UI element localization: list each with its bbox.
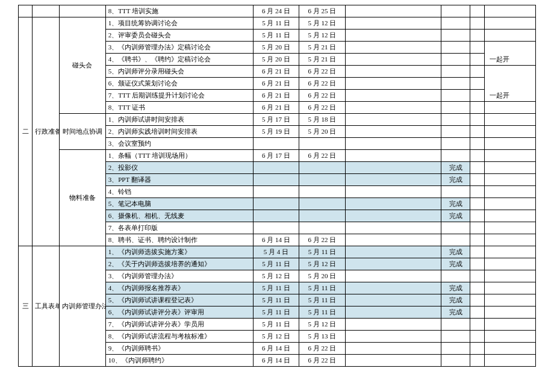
gap2-cell (470, 246, 484, 258)
date-start (253, 162, 299, 174)
task-cell: 5、内训师评分录用碰头会 (105, 66, 253, 78)
gap-cell (345, 42, 441, 54)
gap-cell (345, 114, 441, 126)
gap2-cell (470, 126, 484, 138)
date-end: 5 月 11 日 (299, 282, 346, 294)
date-end (299, 222, 346, 234)
sub-label: 内训师管理办法 (60, 246, 106, 367)
task-cell: 8、TTT 证书 (105, 102, 253, 114)
task-cell: 10、《内训师聘约》 (105, 355, 253, 367)
gap2-cell (470, 78, 484, 90)
date-end (299, 210, 346, 222)
date-end: 5 月 18 日 (299, 114, 346, 126)
date-start: 5 月 11 日 (253, 294, 299, 306)
status-cell (441, 30, 470, 42)
note-cell (484, 306, 535, 319)
date-end: 5 月 21 日 (299, 42, 346, 54)
task-cell: 1、条幅（TTT 培训现场用） (105, 150, 253, 162)
status-cell (441, 234, 470, 246)
task-cell: 9、《内训师聘书》 (105, 343, 253, 355)
gap2-cell (470, 138, 484, 150)
status-cell (441, 17, 470, 30)
status-cell (441, 270, 470, 282)
date-start: 5 月 20 日 (253, 42, 299, 54)
table-row: 物料准备 1、条幅（TTT 培训现场用） 6 月 17 日 6 月 22 日 (19, 150, 536, 162)
note-cell (484, 102, 535, 114)
task-cell: 6、颁证仪式策划讨论会 (105, 78, 253, 90)
status-cell: 完成 (441, 198, 470, 210)
status-cell: 完成 (441, 210, 470, 222)
gap2-cell (470, 319, 484, 331)
task-cell: 1、内训师试讲时间安排表 (105, 114, 253, 126)
gap-cell (345, 306, 441, 319)
date-start: 6 月 21 日 (253, 78, 299, 90)
status-cell (441, 150, 470, 162)
date-end: 6 月 25 日 (299, 5, 346, 17)
date-end: 5 月 21 日 (299, 54, 346, 66)
gap2-cell (470, 282, 484, 294)
date-start (253, 210, 299, 222)
date-start: 5 月 4 日 (253, 246, 299, 258)
gap-cell (345, 246, 441, 258)
gap-cell (345, 90, 441, 102)
sub-label: 碰头会 (60, 17, 106, 114)
note-cell (484, 17, 535, 30)
note-cell (484, 258, 535, 270)
sub-label (60, 5, 106, 17)
status-cell (441, 54, 470, 66)
note-cell (484, 78, 535, 90)
task-cell: 3、《内训师管理办法》定稿讨论会 (105, 42, 253, 54)
date-end: 5 月 20 日 (299, 270, 346, 282)
gap-cell (345, 355, 441, 367)
gap2-cell (470, 306, 484, 319)
task-cell: 2、《关于内训师选拔培养的通知》 (105, 258, 253, 270)
gap2-cell (470, 234, 484, 246)
gap-cell (345, 186, 441, 198)
note-cell (484, 234, 535, 246)
status-cell (441, 138, 470, 150)
note-cell (484, 66, 535, 78)
gap2-cell (470, 222, 484, 234)
date-end (299, 162, 346, 174)
note-cell (484, 270, 535, 282)
status-cell (441, 186, 470, 198)
date-end: 5 月 11 日 (299, 294, 346, 306)
gap-cell (345, 54, 441, 66)
task-cell: 7、《内训师试讲评分表》学员用 (105, 319, 253, 331)
note-cell (484, 114, 535, 126)
sec-cat (33, 5, 60, 17)
gap2-cell (470, 355, 484, 367)
date-start: 5 月 12 日 (253, 331, 299, 343)
gap2-cell (470, 331, 484, 343)
task-cell: 4、铃铛 (105, 186, 253, 198)
gap2-cell (470, 17, 484, 30)
date-start: 6 月 14 日 (253, 234, 299, 246)
gap2-cell (470, 5, 484, 17)
task-cell: 8、《内训师试讲流程与考核标准》 (105, 331, 253, 343)
gap2-cell (470, 66, 484, 78)
status-cell (441, 222, 470, 234)
gap2-cell (470, 210, 484, 222)
gap2-cell (470, 102, 484, 114)
date-start: 6 月 21 日 (253, 66, 299, 78)
gap2-cell (470, 90, 484, 102)
table-row: 时间地点协调 1、内训师试讲时间安排表 5 月 17 日 5 月 18 日 (19, 114, 536, 126)
gap-cell (345, 17, 441, 30)
date-end: 6 月 22 日 (299, 343, 346, 355)
task-cell: 8、聘书、证书、聘约设计制作 (105, 234, 253, 246)
note-cell (484, 319, 535, 331)
gap-cell (345, 282, 441, 294)
gap-cell (345, 138, 441, 150)
sec-cat: 工具表单 (33, 246, 60, 367)
note-cell: 一起开 (484, 54, 535, 66)
note-cell (484, 210, 535, 222)
table-row: 8、TTT 培训实施 6 月 24 日 6 月 25 日 (19, 5, 536, 17)
gap2-cell (470, 198, 484, 210)
date-end: 6 月 22 日 (299, 150, 346, 162)
gap-cell (345, 126, 441, 138)
date-start: 5 月 11 日 (253, 306, 299, 319)
note-cell (484, 343, 535, 355)
status-cell: 完成 (441, 282, 470, 294)
gap-cell (345, 162, 441, 174)
plan-table: 8、TTT 培训实施 6 月 24 日 6 月 25 日 二 行政准备 碰头会 … (18, 5, 536, 367)
